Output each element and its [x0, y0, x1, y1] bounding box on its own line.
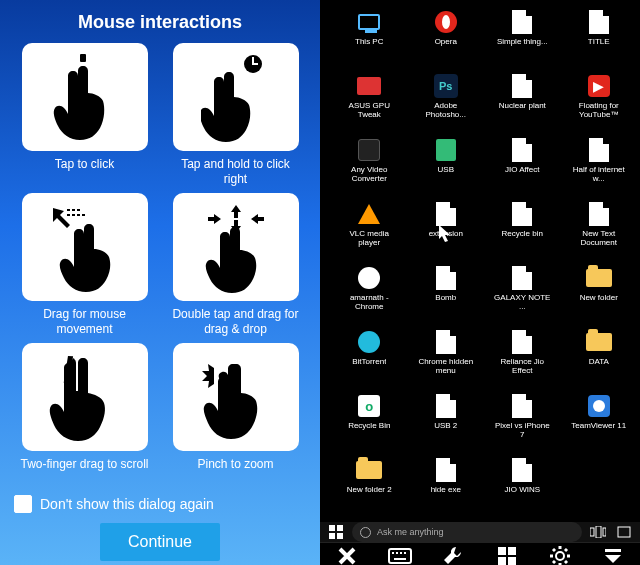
folder-icon	[585, 264, 613, 292]
tile-drag	[22, 193, 148, 301]
desktop-icon[interactable]: extension	[409, 200, 484, 262]
desktop-icon[interactable]: JIO Affect	[485, 136, 560, 198]
desktop-icon[interactable]: Bomb	[409, 264, 484, 326]
icon-label: amarnath - Chrome	[339, 294, 399, 312]
desktop-icon[interactable]: Recycle bin	[485, 200, 560, 262]
file-icon	[508, 8, 536, 36]
desktop-icon[interactable]: Any Video Converter	[332, 136, 407, 198]
icon-label: Opera	[435, 38, 457, 47]
continue-button[interactable]: Continue	[100, 523, 220, 561]
svg-rect-22	[498, 557, 506, 565]
svg-rect-13	[618, 527, 630, 537]
file-icon	[585, 8, 613, 36]
icon-label: This PC	[355, 38, 383, 47]
icon-label: USB 2	[434, 422, 457, 431]
tile-hold	[173, 43, 299, 151]
desktop-icon[interactable]: Simple thing...	[485, 8, 560, 70]
tray-icon[interactable]	[614, 522, 634, 542]
icon-label: New folder 2	[347, 486, 392, 495]
hand-pinch-icon	[196, 350, 276, 444]
desktop-icon[interactable]: oRecycle Bin	[332, 392, 407, 454]
desktop-icon[interactable]: New folder	[562, 264, 637, 326]
icon-label: Pixel vs iPhone 7	[492, 422, 552, 440]
tile-pinch	[173, 343, 299, 451]
asus-icon	[355, 72, 383, 100]
taskview-button[interactable]	[588, 522, 608, 542]
desktop-icon[interactable]: Nuclear plant	[485, 72, 560, 134]
desktop-icon[interactable]: VLC media player	[332, 200, 407, 262]
svg-rect-23	[508, 557, 516, 565]
svg-rect-10	[590, 528, 594, 536]
mouse-dialog: Mouse interactions Tap to click Tap and …	[0, 0, 320, 565]
app-toolbar	[320, 542, 640, 565]
icon-label: JIO WINS	[504, 486, 540, 495]
svg-rect-16	[396, 552, 398, 554]
desktop-icon[interactable]: DATA	[562, 328, 637, 390]
desktop-icon[interactable]: JIO WINS	[485, 456, 560, 518]
desktop-icon[interactable]: PsAdobe Photosho...	[409, 72, 484, 134]
icon-label: TeamViewer 11	[571, 422, 626, 431]
desktop-icon[interactable]: New folder 2	[332, 456, 407, 518]
svg-rect-33	[605, 549, 621, 552]
desktop-icon[interactable]: Reliance Jio Effect	[485, 328, 560, 390]
caption-doubletap: Double tap and drag for drag & drop	[171, 307, 301, 337]
hand-tap-icon	[50, 52, 120, 142]
desktop-icon[interactable]: BitTorrent	[332, 328, 407, 390]
desktop-icon[interactable]: TeamViewer 11	[562, 392, 637, 454]
icon-label: Floating for YouTube™	[569, 102, 629, 120]
dont-show-row[interactable]: Don't show this dialog again	[10, 487, 310, 521]
icon-label: JIO Affect	[505, 166, 540, 175]
svg-rect-20	[498, 547, 506, 555]
file-icon	[432, 392, 460, 420]
start-button[interactable]	[326, 522, 346, 542]
svg-rect-2	[252, 57, 254, 64]
file-icon	[508, 136, 536, 164]
avc-icon	[355, 136, 383, 164]
opera-icon	[432, 8, 460, 36]
desktop-icon[interactable]: ASUS GPU Tweak	[332, 72, 407, 134]
desktop-icon[interactable]: GALAXY NOTE ...	[485, 264, 560, 326]
desktop-icon[interactable]: USB	[409, 136, 484, 198]
svg-rect-15	[392, 552, 394, 554]
dropdown-button[interactable]	[600, 543, 626, 565]
desktop-icon[interactable]: USB 2	[409, 392, 484, 454]
desktop-icon[interactable]: ▶Floating for YouTube™	[562, 72, 637, 134]
gesture-grid: Tap to click Tap and hold to click right	[10, 43, 310, 487]
icon-label: hide exe	[431, 486, 461, 495]
settings-wrench-button[interactable]	[440, 543, 466, 565]
svg-point-24	[556, 552, 564, 560]
card-doubletap: Double tap and drag for drag & drop	[167, 193, 304, 337]
card-hold: Tap and hold to click right	[167, 43, 304, 187]
tile-doubletap	[173, 193, 299, 301]
file-icon	[432, 200, 460, 228]
desktop-icon[interactable]: Half of internet w...	[562, 136, 637, 198]
windows-key-button[interactable]	[494, 543, 520, 565]
desktop-icon[interactable]: amarnath - Chrome	[332, 264, 407, 326]
desktop-icon[interactable]: Pixel vs iPhone 7	[485, 392, 560, 454]
gear-button[interactable]	[547, 543, 573, 565]
icon-label: DATA	[589, 358, 609, 367]
icon-label: Adobe Photosho...	[416, 102, 476, 120]
cortana-search[interactable]: Ask me anything	[352, 522, 582, 542]
icon-label: Half of internet w...	[569, 166, 629, 184]
keyboard-button[interactable]	[387, 543, 413, 565]
desktop-area[interactable]: This PCOperaSimple thing...TITLEASUS GPU…	[320, 0, 640, 522]
card-tap: Tap to click	[16, 43, 153, 187]
close-button[interactable]	[334, 543, 360, 565]
desktop-icon[interactable]: Opera	[409, 8, 484, 70]
windows-taskbar[interactable]: Ask me anything	[320, 522, 640, 542]
desktop-icon[interactable]: hide exe	[409, 456, 484, 518]
desktop-icon[interactable]: TITLE	[562, 8, 637, 70]
desktop-icon[interactable]: Chrome hidden menu	[409, 328, 484, 390]
svg-rect-17	[400, 552, 402, 554]
dont-show-checkbox[interactable]	[14, 495, 32, 513]
desktop-icon[interactable]: This PC	[332, 8, 407, 70]
file-icon	[432, 264, 460, 292]
svg-rect-14	[389, 549, 411, 563]
hand-twofinger-icon	[45, 350, 125, 444]
icon-label: Recycle bin	[502, 230, 543, 239]
desktop-icon[interactable]: New Text Document	[562, 200, 637, 262]
icon-label: Simple thing...	[497, 38, 548, 47]
icon-label: Bomb	[435, 294, 456, 303]
svg-rect-21	[508, 547, 516, 555]
